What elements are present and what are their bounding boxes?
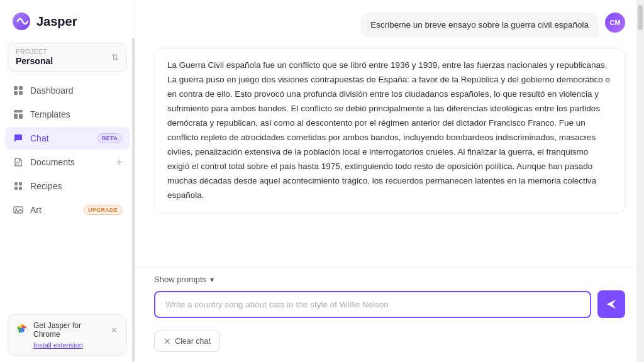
- sidebar-item-dashboard-label: Dashboard: [30, 85, 122, 96]
- chat-bottom: Show prompts ▾ ✕ Clear chat: [135, 266, 644, 362]
- user-message-bubble: Escribeme un breve ensayo sobre la guerr…: [360, 13, 599, 38]
- add-document-icon[interactable]: +: [116, 156, 122, 168]
- svg-rect-11: [19, 182, 22, 185]
- chrome-extension-card: Get Jasper for Chrome ✕ Install extensio…: [8, 314, 127, 356]
- sidebar-item-art[interactable]: Art UPGRADE: [5, 199, 130, 221]
- svg-rect-4: [19, 91, 23, 95]
- svg-point-15: [16, 209, 18, 211]
- svg-rect-13: [19, 187, 22, 190]
- project-selector[interactable]: PROJECT Personal ⇅: [8, 43, 127, 72]
- svg-rect-7: [19, 114, 23, 119]
- main-scrollbar-thumb: [638, 5, 643, 30]
- sidebar-item-documents[interactable]: Documents +: [5, 151, 130, 173]
- ai-message: La Guerra Civil española fue un conflict…: [154, 48, 625, 213]
- sidebar-item-templates-label: Templates: [30, 109, 122, 119]
- clear-chat-button[interactable]: ✕ Clear chat: [154, 331, 220, 352]
- svg-rect-1: [14, 86, 18, 90]
- chat-icon: [13, 133, 24, 144]
- send-icon: [606, 299, 617, 310]
- svg-rect-12: [14, 187, 18, 190]
- user-avatar: CM: [605, 13, 625, 33]
- sidebar-item-templates[interactable]: Templates: [5, 103, 130, 126]
- chat-messages-area: Escribeme un breve ensayo sobre la guerr…: [135, 0, 644, 266]
- chat-input[interactable]: [154, 291, 591, 318]
- show-prompts-label: Show prompts: [154, 275, 206, 284]
- project-label: PROJECT: [16, 48, 53, 55]
- install-extension-link[interactable]: Install extension: [33, 341, 119, 349]
- sidebar-item-chat[interactable]: Chat BETA: [5, 127, 130, 150]
- x-icon: ✕: [164, 336, 171, 346]
- close-chrome-card-button[interactable]: ✕: [109, 326, 119, 335]
- recipes-icon: [13, 180, 24, 192]
- chrome-icon: [16, 324, 28, 336]
- svg-rect-5: [14, 110, 23, 112]
- sidebar-item-documents-label: Documents: [30, 157, 110, 167]
- jasper-logo-icon: [11, 11, 31, 31]
- svg-rect-6: [14, 114, 18, 119]
- svg-rect-10: [14, 182, 18, 185]
- clear-chat-label: Clear chat: [175, 337, 211, 346]
- main-content: Escribeme un breve ensayo sobre la guerr…: [135, 0, 644, 362]
- main-scrollbar: [636, 0, 644, 362]
- sidebar-item-art-label: Art: [30, 205, 77, 215]
- user-message-row: Escribeme un breve ensayo sobre la guerr…: [154, 13, 625, 38]
- sidebar-item-recipes[interactable]: Recipes: [5, 175, 130, 197]
- sidebar-item-chat-label: Chat: [30, 133, 91, 143]
- sidebar-item-dashboard[interactable]: Dashboard: [5, 79, 130, 102]
- project-name: Personal: [16, 56, 53, 66]
- chrome-ext-header: Get Jasper for Chrome ✕: [16, 321, 119, 339]
- sidebar-item-recipes-label: Recipes: [30, 181, 122, 191]
- sidebar: Jasper PROJECT Personal ⇅ Dashboard: [0, 0, 135, 362]
- dashboard-icon: [13, 85, 24, 96]
- show-prompts-button[interactable]: Show prompts ▾: [154, 275, 625, 284]
- art-icon: [13, 204, 24, 216]
- templates-icon: [13, 109, 24, 120]
- chrome-extension-title: Get Jasper for Chrome: [33, 321, 104, 339]
- svg-rect-2: [19, 86, 23, 90]
- chevron-down-icon: ▾: [210, 275, 214, 284]
- art-upgrade-badge[interactable]: UPGRADE: [84, 205, 122, 215]
- chat-input-row: [154, 290, 625, 318]
- bottom-actions-row: ✕ Clear chat: [154, 324, 625, 352]
- sidebar-scrollbar: [132, 38, 135, 362]
- sidebar-nav: Dashboard Templates Chat BETA: [0, 77, 135, 224]
- chat-beta-badge: BETA: [97, 133, 122, 143]
- chevron-updown-icon: ⇅: [111, 52, 119, 62]
- sidebar-bottom: Get Jasper for Chrome ✕ Install extensio…: [0, 308, 135, 362]
- svg-rect-3: [14, 91, 18, 95]
- documents-icon: [13, 156, 24, 168]
- project-info: PROJECT Personal: [16, 48, 53, 66]
- app-name: Jasper: [36, 14, 77, 29]
- send-button[interactable]: [597, 290, 625, 318]
- logo-area: Jasper: [0, 0, 135, 40]
